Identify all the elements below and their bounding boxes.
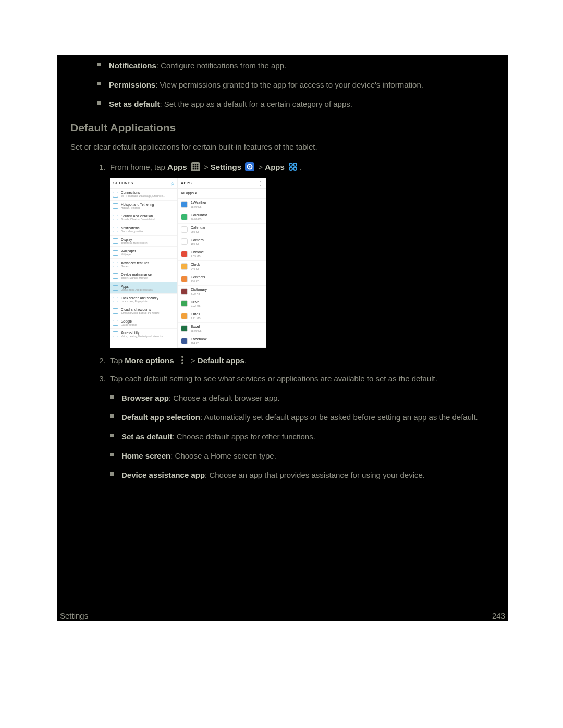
apps-header: APPS (181, 181, 192, 186)
app-row: Dictionary8.00 KB (178, 286, 266, 298)
settings-header: SETTINGS (113, 181, 133, 186)
app-icon (181, 276, 188, 282)
settings-row: GoogleGoogle settings (110, 317, 177, 329)
settings-row-sub: Vision, Hearing, Dexterity and interacti… (121, 335, 163, 338)
term: Permissions (109, 80, 155, 89)
app-icon (181, 325, 188, 332)
svg-point-15 (289, 167, 292, 170)
desc: : Choose default apps for other function… (173, 432, 315, 441)
app-size: 68.00 KB (191, 205, 206, 209)
svg-point-17 (181, 356, 183, 358)
desc: : Configure notifications from the app. (156, 61, 286, 70)
period: . (299, 163, 301, 171)
app-size: 2.33 MB (191, 255, 204, 258)
settings-row: Cloud and accountsSamsung Cloud, Backup … (110, 305, 177, 317)
app-size: 184 KB (191, 342, 207, 346)
top-bullet-list: Notifications: Configure notifications f… (97, 60, 495, 109)
app-row: Email1.71 MB (178, 310, 266, 323)
sep: > (191, 356, 198, 365)
app-row: 1Weather68.00 KB (178, 199, 266, 211)
app-icon (181, 201, 188, 208)
app-size: 2.02 MB (191, 304, 201, 308)
desc: : Choose a Home screen type. (170, 451, 276, 460)
svg-point-6 (197, 166, 198, 168)
settings-row-title: Advanced features (121, 261, 149, 265)
settings-row-icon (113, 227, 118, 232)
settings-row: DisplayBrightness, Home screen (110, 236, 177, 247)
term: Set as default (109, 100, 160, 108)
app-row: Camera160 KB (178, 236, 266, 249)
settings-row-sub: Default apps, App permissions (121, 289, 153, 292)
app-icon (181, 251, 188, 257)
step-1: From home, tap Apps > Settings > Apps . (108, 162, 495, 347)
list-item: Notifications: Configure notifications f… (97, 60, 495, 71)
settings-row-sub: Lock screen, Fingerprints (121, 300, 158, 303)
settings-row-title: Notifications (121, 226, 143, 230)
app-size: 240 KB (191, 267, 200, 271)
settings-row-title: Lock screen and security (121, 295, 158, 300)
app-row: Calculator96.00 KB (178, 211, 266, 224)
desc: : Automatically set default apps or be a… (200, 413, 478, 422)
settings-row-title: Device maintenance (121, 272, 152, 277)
more-options-label: More options (125, 356, 174, 365)
svg-point-9 (197, 168, 198, 170)
step-3: Tap each default setting to see what ser… (108, 373, 495, 480)
settings-row: Device maintenanceBattery, Storage, Memo… (110, 270, 177, 282)
step-2: Tap More options > Default apps. (108, 355, 495, 366)
app-name: Dictionary (191, 287, 207, 292)
list-item: Browser app: Choose a default browser ap… (110, 392, 495, 403)
desc: : Choose a default browser app. (169, 393, 280, 402)
apps-four-circles-icon (288, 162, 298, 172)
app-size: 260 KB (191, 230, 205, 234)
settings-row-sub: Games (121, 265, 149, 268)
svg-point-7 (192, 168, 194, 170)
settings-row-icon (113, 308, 118, 314)
term: Device assistance app (121, 471, 205, 479)
svg-point-13 (289, 163, 292, 166)
desc: : Choose an app that provides assistance… (205, 471, 425, 479)
app-size: 8.00 KB (191, 292, 207, 296)
app-row: Facebook184 KB (178, 335, 266, 348)
settings-row: NotificationsBlock, allow, prioritize (110, 224, 177, 236)
more-options-icon: ⋮ (258, 180, 263, 187)
settings-row-icon (113, 238, 118, 244)
settings-apps-screenshot: SETTINGS ⌕ ConnectionsWi-Fi, Bluetooth, … (110, 178, 266, 347)
section-heading: Default Applications (70, 120, 495, 135)
term: Default app selection (121, 413, 200, 422)
search-icon: ⌕ (171, 180, 174, 187)
settings-row: Advanced featuresGames (110, 259, 177, 270)
step3-text: Tap each default setting to see what ser… (110, 374, 437, 383)
settings-row-title: Hotspot and Tethering (121, 202, 154, 207)
settings-row-title: Cloud and accounts (121, 307, 160, 312)
term: Browser app (121, 393, 169, 402)
steps-list: From home, tap Apps > Settings > Apps . (108, 162, 495, 480)
settings-row: Lock screen and securityLock screen, Fin… (110, 294, 177, 305)
app-name: Facebook (191, 337, 207, 342)
svg-point-14 (293, 163, 297, 166)
svg-point-18 (181, 359, 183, 361)
list-item: Permissions: View permissions granted to… (97, 79, 495, 90)
list-item: Default app selection: Automatically set… (110, 412, 495, 423)
settings-row-sub: Sounds, Vibration, Do not disturb (121, 218, 155, 221)
settings-row-icon (113, 297, 118, 302)
desc: : View permissions granted to the app fo… (155, 80, 423, 89)
settings-row-sub: Hotspot, Tethering (121, 207, 154, 210)
page-footer: Settings 243 (57, 609, 508, 621)
settings-row: Hotspot and TetheringHotspot, Tethering (110, 201, 177, 212)
settings-row-icon (113, 320, 118, 326)
app-icon (181, 288, 188, 295)
app-name: Clock (191, 262, 200, 267)
app-icon (181, 338, 188, 344)
app-icon (181, 263, 188, 270)
app-name: Drive (191, 300, 201, 305)
svg-point-2 (194, 164, 196, 166)
app-name: Calendar (191, 225, 205, 230)
settings-row-sub: Battery, Storage, Memory (121, 277, 152, 280)
settings-row-sub: Brightness, Home screen (121, 242, 148, 245)
apps-column: APPS ⋮ All apps ▾ 1Weather68.00 KBCalcul… (178, 178, 266, 347)
page-number: 243 (492, 611, 505, 620)
settings-row: AccessibilityVision, Hearing, Dexterity … (110, 329, 177, 340)
app-icon (181, 300, 188, 307)
app-name: Camera (191, 238, 204, 243)
period: . (244, 356, 247, 365)
